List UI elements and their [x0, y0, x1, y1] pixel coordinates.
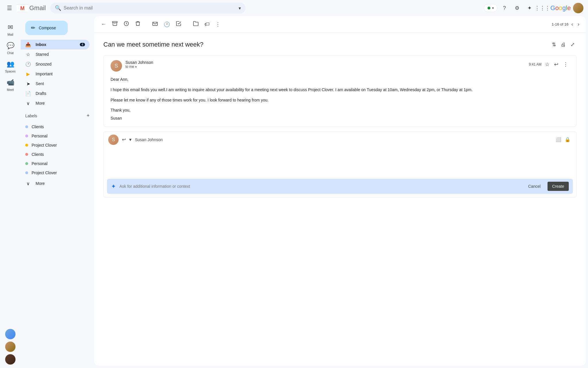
reply-expand-button[interactable]: ⬜: [554, 136, 562, 143]
email-message: S Susan Johnson to me ▾ 9:41 AM ☆ ↩: [103, 55, 577, 127]
reply-icon-button[interactable]: ↩: [121, 136, 127, 143]
starred-label: Starred: [36, 52, 49, 57]
more-email-button[interactable]: ⋮: [562, 60, 569, 69]
left-icon-nav: ✉ Mail 💬 Chat 👥 Spaces 📹 Meet: [0, 16, 21, 368]
reply-recipient: Susan Johnson: [135, 137, 163, 142]
open-in-new-button[interactable]: ⤢: [569, 40, 577, 49]
sender-name: Susan Johnson: [125, 60, 529, 65]
subject-toggle-button[interactable]: ⇅: [550, 40, 558, 49]
label-text-personal-1: Personal: [32, 134, 47, 138]
top-bar: ☰ M Gmail 🔍 ▾ ▾ ? ⚙ ✦ ⋮⋮⋮: [0, 0, 588, 16]
user-avatar[interactable]: [573, 3, 583, 13]
sent-label: Sent: [36, 81, 44, 86]
label-dot-personal-2: [25, 162, 28, 165]
add-label-button[interactable]: +: [86, 113, 90, 119]
sidebar-item-snoozed[interactable]: 🕐 Snoozed: [21, 59, 90, 69]
settings-button[interactable]: ⚙: [511, 2, 523, 14]
sidebar-more-1[interactable]: ∨ More: [21, 98, 90, 108]
to-chevron-icon: ▾: [135, 65, 137, 68]
reply-box: S ↩ ▾ Susan Johnson ⬜ 🔒: [103, 131, 577, 198]
bottom-avatar-3[interactable]: [5, 354, 16, 365]
mail-label: Mail: [7, 33, 13, 36]
label-clients-2[interactable]: Clients: [21, 150, 90, 159]
left-nav-meet[interactable]: 📹 Meet: [0, 76, 21, 93]
label-text-clients-2: Clients: [32, 152, 44, 157]
email-count: 1-16 of 16: [552, 22, 568, 26]
body-greeting: Dear Ann,: [111, 76, 569, 83]
bottom-avatar-2[interactable]: [5, 342, 16, 352]
sidebar-item-sent[interactable]: ➤ Sent: [21, 79, 90, 89]
sender-info: Susan Johnson to me ▾: [125, 60, 529, 69]
snooze-button[interactable]: [121, 18, 131, 30]
sidebar-more-2[interactable]: ∨ More: [21, 179, 90, 188]
more-toolbar-button[interactable]: ⋮: [213, 19, 223, 30]
apps-button[interactable]: ⋮⋮⋮: [537, 2, 548, 14]
mark-unread-button[interactable]: [150, 18, 160, 30]
more-chevron-icon-1: ∨: [25, 101, 31, 106]
search-input[interactable]: [63, 5, 236, 11]
main-content: ← 🕐: [94, 16, 586, 366]
help-button[interactable]: ?: [499, 2, 510, 14]
label-personal-1[interactable]: Personal: [21, 131, 90, 141]
sidebar-item-starred[interactable]: ☆ Starred: [21, 49, 90, 59]
left-nav-spaces[interactable]: 👥 Spaces: [0, 57, 21, 75]
reply-dropdown-button[interactable]: ▾: [128, 136, 133, 143]
chat-label: Chat: [7, 51, 13, 55]
svg-rect-2: [113, 22, 117, 23]
spaces-icon: 👥: [7, 60, 14, 68]
search-dropdown-button[interactable]: ▾: [239, 5, 241, 11]
spaces-label: Spaces: [5, 70, 16, 73]
reply-body[interactable]: [104, 148, 576, 177]
ai-prompt-bar: ✦ Cancel Create: [107, 179, 573, 194]
compose-button[interactable]: ✏ Compose: [25, 21, 68, 35]
important-label: Important: [36, 72, 53, 76]
ai-prompt-input[interactable]: [119, 184, 521, 189]
label-dot-personal-1: [25, 135, 28, 137]
label-personal-2[interactable]: Personal: [21, 159, 90, 168]
task-button[interactable]: [173, 18, 184, 30]
sender-avatar: S: [111, 60, 122, 72]
labels-section: Labels +: [21, 108, 94, 122]
reply-avatar: S: [108, 135, 119, 145]
inbox-label: Inbox: [36, 42, 46, 47]
label-text-project-clover-2: Project Clover: [32, 170, 57, 175]
sidebar-item-inbox[interactable]: 📥 Inbox 4: [21, 40, 90, 49]
email-subject: Can we meet sometime next week?: [103, 41, 550, 48]
label-button[interactable]: 🏷: [202, 19, 212, 30]
delete-button[interactable]: [133, 18, 143, 30]
ai-cancel-button[interactable]: Cancel: [525, 182, 544, 190]
sidebar-item-important[interactable]: ▶ Important: [21, 69, 90, 79]
nav-items: 📥 Inbox 4 ☆ Starred 🕐 Snoozed ▶ Impor: [21, 40, 94, 108]
gmail-logo: M Gmail: [17, 4, 46, 12]
snoozed-label: Snoozed: [36, 62, 51, 66]
label-clients-1[interactable]: Clients: [21, 122, 90, 131]
left-nav-mail[interactable]: ✉ Mail: [0, 21, 21, 38]
reply-lock-button[interactable]: 🔒: [564, 136, 572, 143]
next-email-button[interactable]: ›: [576, 20, 581, 29]
label-dot-clients-1: [25, 125, 28, 128]
back-button[interactable]: ←: [99, 19, 109, 30]
label-project-clover-2[interactable]: Project Clover: [21, 168, 90, 177]
reply-header: S ↩ ▾ Susan Johnson ⬜ 🔒: [104, 132, 576, 148]
gemini-button[interactable]: ✦: [524, 2, 535, 14]
star-button[interactable]: ☆: [544, 60, 551, 69]
label-project-clover-1[interactable]: Project Clover: [21, 141, 90, 150]
left-nav-chat[interactable]: 💬 Chat: [0, 39, 21, 56]
history-button[interactable]: 🕐: [161, 19, 172, 30]
archive-button[interactable]: [110, 18, 120, 30]
email-meta: 9:41 AM ☆ ↩ ⋮: [529, 60, 569, 69]
sidebar-item-drafts[interactable]: 📄 Drafts: [21, 89, 90, 98]
menu-button[interactable]: ☰: [5, 2, 14, 14]
print-button[interactable]: 🖨: [559, 40, 568, 49]
search-button[interactable]: 🔍: [55, 5, 61, 11]
inbox-icon: 📥: [25, 42, 31, 47]
body-p3: Thank you,: [111, 107, 569, 114]
ai-create-button[interactable]: Create: [548, 182, 569, 191]
status-indicator[interactable]: ▾: [484, 4, 498, 12]
move-to-button[interactable]: [191, 18, 201, 30]
bottom-avatar-1[interactable]: [5, 329, 16, 339]
more-label-2: More: [36, 181, 45, 186]
sender-to[interactable]: to me ▾: [125, 65, 529, 69]
reply-quick-button[interactable]: ↩: [553, 60, 560, 69]
prev-email-button[interactable]: ‹: [570, 20, 575, 29]
